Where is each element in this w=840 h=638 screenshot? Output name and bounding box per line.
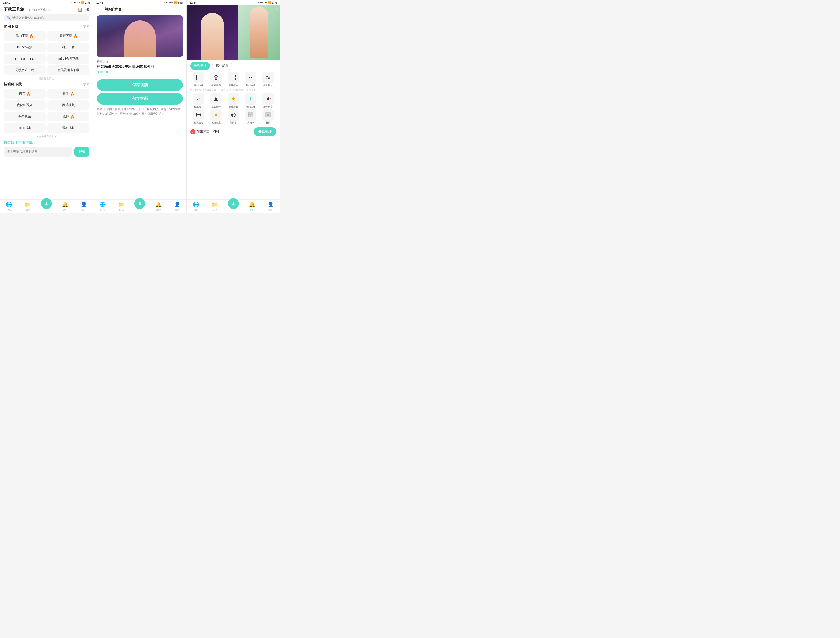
process-icon-1: 🔔 (62, 201, 68, 207)
ai-brightness[interactable]: 视频亮度 (208, 109, 224, 124)
nav-process-3[interactable]: 🔔 处理 (243, 201, 261, 212)
p3-action-row: 重选视频 撤销所有 (187, 60, 280, 71)
wifi-icon-2: 📶 (174, 1, 177, 4)
scan-icon-1: 📁 (25, 201, 31, 207)
nav-network-2[interactable]: 🌐 网络 (93, 201, 112, 212)
bilibili-btn[interactable]: bilibili视频 (4, 123, 46, 133)
pipixia-btn[interactable]: 皮皮虾视频 (4, 100, 46, 110)
zuiyou-btn[interactable]: 最右视频 (47, 123, 90, 133)
common-section-title: 常用下载 (4, 24, 18, 29)
torrent-btn[interactable]: 种子下载 (47, 43, 90, 52)
nav-process-1[interactable]: 🔔 处理 (56, 201, 74, 212)
torrent-label: 种子下载 (62, 45, 75, 49)
wechat-btn[interactable]: 微信视频号下载 (47, 65, 90, 75)
clipboard-icon[interactable]: 📋 (77, 7, 83, 12)
ai-clean[interactable]: 智能清洗 (225, 93, 242, 108)
xigua-btn[interactable]: 西瓜视频 (47, 100, 90, 110)
xigua-label: 西瓜视频 (62, 103, 75, 108)
kuaishou-btn[interactable]: 快手 🔥 (47, 89, 90, 98)
ai-interpolate[interactable]: 补帧 (260, 109, 276, 124)
video-preview: Tty (187, 5, 280, 60)
search-input[interactable] (13, 16, 86, 20)
high-bitrate-icon (245, 109, 256, 120)
nav-scan-3[interactable]: 📁 扫描 (205, 201, 224, 212)
p2-notice: 播放/下载国外视频请自备VPN，否则下载会失败。注意，VPN需在解析完成后连接，… (93, 106, 186, 118)
nav-center-btn-1[interactable]: ⬇ (41, 198, 52, 209)
reselect-video-btn[interactable]: 重选视频 (190, 62, 210, 70)
mute-label: 消除声音 (264, 105, 273, 108)
ai-sharpen[interactable]: 智能锐化 (243, 93, 259, 108)
ai-smart-border[interactable]: 智能边框 (190, 72, 207, 87)
ai-grid-1: 智能边框 智能模糊 智能缩放 智能快放 智能慢放 (187, 71, 280, 88)
brightness-label: 视频亮度 (211, 121, 221, 124)
preview-left (187, 5, 238, 60)
nav-mine-2[interactable]: 👤 我的 (168, 201, 186, 212)
download-icon-1: ⬇ (44, 201, 49, 207)
nav-process-2[interactable]: 🔔 处理 (149, 201, 168, 212)
nav-mine-3[interactable]: 👤 我的 (261, 201, 280, 212)
bottom-nav-1: 🌐 网络 📁 扫描 ⬇ 🔔 处理 👤 我的 (0, 199, 93, 213)
weibo-btn[interactable]: 微博 🔥 (47, 112, 90, 121)
sharpen-icon (245, 93, 256, 104)
tiktok-url-input[interactable] (4, 147, 72, 157)
nav-network-1[interactable]: 🌐 网络 (0, 201, 19, 212)
status-right-3: 922 KB/s 📶 93% (258, 1, 277, 4)
video-url: rjshe.cn (97, 70, 183, 74)
nav-center-1[interactable]: ⬇ (37, 201, 56, 212)
ai-fast-speed[interactable]: 智能快放 (243, 72, 259, 87)
fire-icon-5: 🔥 (70, 115, 74, 119)
nav-center-2[interactable]: ⬇ (131, 201, 149, 212)
ai-flip[interactable]: 左右翻转 (208, 93, 224, 108)
tiktok-section-title: 抖音快手主页下载 (4, 141, 90, 145)
pipixia-label: 皮皮虾视频 (17, 103, 32, 108)
http-label: HTTP/HTTPS (15, 57, 34, 61)
high-bitrate-label: 高码率 (247, 121, 254, 124)
toutiao-btn[interactable]: 头条视频 (4, 112, 46, 121)
music-btn[interactable]: 无损音乐下载 (4, 65, 46, 75)
ai-smart-blur[interactable]: 智能模糊 (208, 72, 224, 87)
save-cover-btn[interactable]: 保存封面 (97, 93, 183, 104)
trim-label: 掐头去尾 (194, 121, 203, 124)
thuner-btn[interactable]: thuner链接 (4, 43, 46, 52)
nav-network-3[interactable]: 🌐 网络 (187, 201, 205, 212)
svg-rect-18 (248, 115, 251, 117)
short-section-title: 短视频下载 (4, 82, 22, 87)
ai-reverse[interactable]: Z↕A 视频倒序 (190, 93, 207, 108)
nav-center-btn-3[interactable]: ⬇ (228, 198, 239, 209)
speed-3: 922 KB/s (258, 2, 267, 4)
nav-scan-2[interactable]: 📁 扫描 (112, 201, 131, 212)
globe-icon-2: 🌐 (99, 201, 106, 207)
back-btn[interactable]: ← (97, 7, 102, 13)
output-format-text: 输出格式：MP4 (197, 130, 219, 134)
ai-high-fps[interactable]: 高帧率 (225, 109, 242, 124)
nav-center-btn-2[interactable]: ⬇ (134, 198, 145, 209)
nav-mine-1[interactable]: 👤 我的 (74, 201, 93, 212)
douyin-btn[interactable]: 抖音 🔥 (4, 89, 46, 98)
smart-blur-label: 智能模糊 (211, 84, 221, 87)
direct-link-btn[interactable]: 直链下载 🔥 (47, 31, 90, 41)
nav-label-network-1: 网络 (7, 208, 12, 212)
slow-speed-icon (262, 72, 274, 83)
start-process-btn[interactable]: 开始处理 (254, 127, 276, 136)
mute-icon (262, 93, 274, 104)
ai-smart-zoom[interactable]: 智能缩放 (225, 72, 242, 87)
http-btn[interactable]: HTTP/HTTPS (4, 54, 46, 63)
ai-slow-speed[interactable]: 智能慢放 (260, 72, 276, 87)
short-more[interactable]: 更多 (83, 82, 90, 87)
svg-marker-8 (196, 113, 198, 117)
ai-trim[interactable]: 掐头去尾 (190, 109, 207, 124)
ai-high-bitrate[interactable]: 高码率 (243, 109, 259, 124)
process-icon-3: 🔔 (249, 201, 255, 207)
ai-mute[interactable]: 消除声音 (260, 93, 276, 108)
nav-scan-1[interactable]: 📁 扫描 (19, 201, 37, 212)
common-more[interactable]: 更多 (83, 25, 90, 29)
settings-icon[interactable]: ⚙ (86, 7, 90, 12)
nav-label-process-2: 处理 (156, 208, 161, 212)
magnet-btn[interactable]: 磁力下载 🔥 (4, 31, 46, 41)
nav-center-3[interactable]: ⬇ (224, 201, 243, 212)
tiktok-parse-btn[interactable]: 解析 (74, 147, 90, 157)
undo-all-btn[interactable]: 撤销所有 (212, 62, 232, 70)
smart-zoom-icon (227, 72, 239, 83)
m3u8-btn[interactable]: m3u8合并下载 (47, 54, 90, 63)
save-video-btn[interactable]: 保存视频 (97, 79, 183, 91)
